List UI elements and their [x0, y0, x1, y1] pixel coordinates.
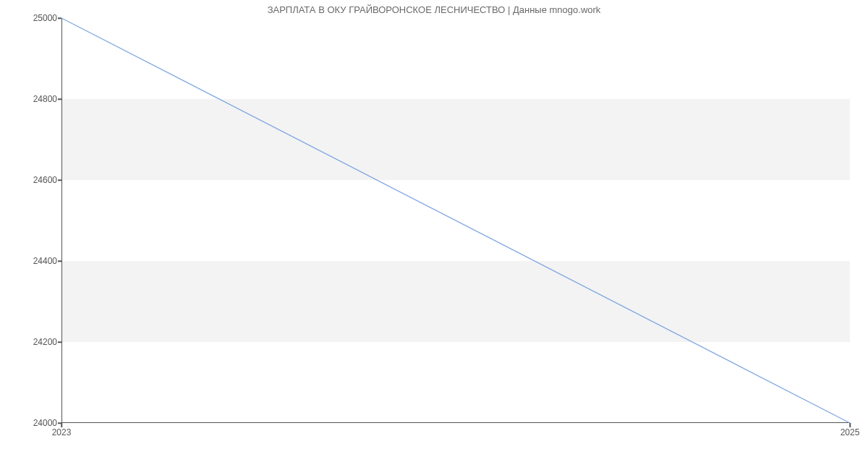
y-tick-label: 24600 — [14, 175, 57, 185]
line-series-svg — [61, 18, 850, 423]
y-tick-label: 24400 — [14, 256, 57, 266]
y-tick-label: 24000 — [14, 418, 57, 428]
y-tick-label: 24200 — [14, 337, 57, 347]
chart-area: 24000242002440024600248002500020232025 — [61, 18, 850, 423]
x-tick-label: 2023 — [52, 427, 72, 437]
x-tick-mark — [61, 423, 62, 427]
x-tick-label: 2025 — [841, 427, 860, 437]
x-tick-mark — [849, 423, 851, 427]
y-tick-label: 25000 — [14, 13, 57, 23]
chart-title: ЗАРПЛАТА В ОКУ ГРАЙВОРОНСКОЕ ЛЕСНИЧЕСТВО… — [0, 0, 868, 18]
series-line-salary — [61, 18, 850, 423]
y-tick-label: 24800 — [14, 94, 57, 104]
